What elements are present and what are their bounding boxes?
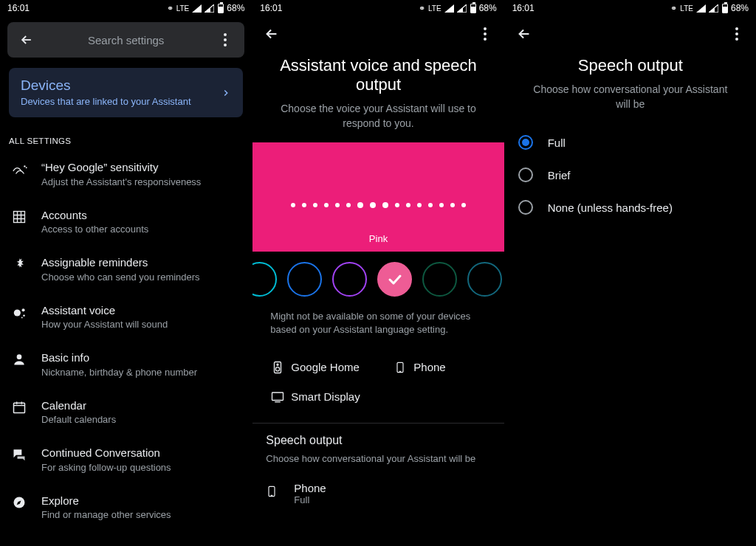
svg-rect-2	[14, 211, 25, 222]
color-option-purple[interactable]	[332, 262, 367, 297]
waveform-icon	[291, 203, 466, 208]
settings-item-subtitle: How your Assistant will sound	[41, 319, 243, 330]
chat-icon	[12, 447, 27, 462]
settings-item-accounts[interactable]: AccountsAccess to other accounts	[0, 198, 252, 246]
radio-label: Brief	[548, 169, 571, 182]
svg-rect-13	[397, 362, 403, 372]
device-label: Phone	[413, 361, 445, 373]
svg-rect-17	[269, 486, 275, 496]
device-value: Full	[294, 494, 326, 505]
device-smart-display[interactable]: Smart Display	[261, 383, 372, 411]
signal-icon	[444, 4, 454, 13]
settings-item-basic-info[interactable]: Basic infoNickname, birthday & phone num…	[0, 340, 252, 388]
back-icon[interactable]	[12, 25, 41, 55]
settings-item-subtitle: For asking follow-up questions	[41, 462, 243, 473]
device-label: Smart Display	[291, 390, 360, 403]
settings-item-sensitivity[interactable]: “Hey Google” sensitivityAdjust the Assis…	[0, 150, 252, 198]
vpn-icon: ⚭	[419, 4, 425, 13]
page-subtitle: Choose how conversational your Assistant…	[505, 78, 756, 123]
speech-output-desc: Choose how conversational your Assistant…	[252, 450, 504, 474]
color-option-green[interactable]	[422, 262, 457, 297]
devices-card[interactable]: Devices Devices that are linked to your …	[9, 68, 243, 117]
battery-pct: 68%	[479, 3, 497, 13]
settings-item-subtitle: Default calendars	[41, 414, 243, 425]
all-settings-label: ALL SETTINGS	[9, 136, 252, 145]
sensitivity-icon	[12, 162, 28, 178]
radio-option-none[interactable]: None (unless hands-free)	[509, 191, 752, 224]
page-title: Assistant voice and speech output	[252, 52, 504, 97]
battery-icon	[722, 4, 728, 13]
speaker-icon	[271, 359, 284, 376]
settings-item-subtitle: Nickname, birthday & phone number	[41, 367, 243, 378]
network-lte: LTE	[428, 4, 441, 13]
color-option-teal[interactable]	[467, 262, 502, 297]
battery-icon	[218, 4, 224, 13]
more-button[interactable]	[722, 19, 752, 49]
color-option-cyan[interactable]	[252, 262, 277, 297]
more-button[interactable]	[470, 19, 500, 49]
voice-preview[interactable]: Pink	[252, 142, 504, 252]
color-option-blue[interactable]	[287, 262, 322, 297]
signal-icon-2	[457, 4, 467, 13]
search-bar[interactable]: Search settings	[7, 22, 244, 58]
vpn-icon: ⚭	[167, 4, 173, 13]
svg-point-1	[26, 167, 27, 168]
more-button[interactable]	[210, 25, 240, 55]
radio-icon	[518, 200, 533, 215]
panel-speech-output: 16:01 ⚭ LTE 68% Speech output Choose how…	[504, 0, 756, 546]
settings-item-title: Calendar	[41, 398, 243, 413]
network-lte: LTE	[176, 4, 190, 13]
svg-point-12	[276, 367, 280, 370]
panel-assistant-settings: 16:01 ⚭ LTE 68% Search settings Devices …	[0, 0, 252, 546]
battery-pct: 68%	[227, 3, 244, 13]
device-phone[interactable]: Phone	[384, 352, 495, 383]
radio-option-brief[interactable]: Brief	[509, 159, 752, 191]
radio-option-full[interactable]: Full	[509, 126, 752, 159]
devices-card-title: Devices	[21, 77, 231, 94]
reminders-icon	[12, 257, 27, 272]
device-label: Google Home	[291, 361, 360, 373]
person-icon	[12, 352, 27, 367]
speech-output-options: Full Brief None (unless hands-free)	[505, 123, 756, 227]
settings-item-voice[interactable]: Assistant voiceHow your Assistant will s…	[0, 293, 252, 341]
radio-label: None (unless hands-free)	[548, 201, 673, 214]
signal-icon-2	[709, 4, 718, 13]
svg-point-0	[24, 165, 25, 167]
settings-item-explore[interactable]: ExploreFind or manage other services	[0, 483, 252, 531]
accounts-icon	[12, 210, 27, 224]
settings-item-reminders[interactable]: Assignable remindersChoose who can send …	[0, 245, 252, 293]
back-button[interactable]	[509, 19, 539, 49]
device-google-home[interactable]: Google Home	[261, 352, 372, 383]
svg-point-7	[17, 354, 22, 359]
settings-item-subtitle: Adjust the Assistant's responsiveness	[41, 176, 243, 187]
explore-icon	[12, 495, 27, 510]
status-bar: 16:01 ⚭ LTE 68%	[505, 0, 756, 16]
app-bar	[252, 16, 504, 52]
status-time: 16:01	[512, 3, 671, 13]
signal-icon	[192, 4, 202, 13]
radio-label: Full	[548, 136, 566, 149]
settings-item-title: Accounts	[41, 208, 243, 223]
assistant-icon	[12, 305, 28, 321]
chevron-right-icon	[221, 88, 231, 98]
phone-icon	[394, 359, 406, 376]
svg-point-5	[23, 314, 25, 317]
app-bar	[505, 16, 756, 52]
check-icon	[386, 271, 404, 288]
voice-color-row[interactable]	[252, 252, 504, 310]
radio-icon	[518, 135, 533, 150]
svg-point-11	[277, 364, 278, 365]
settings-item-title: Explore	[41, 494, 243, 508]
settings-item-title: “Hey Google” sensitivity	[41, 160, 243, 175]
radio-icon	[518, 167, 533, 182]
status-time: 16:01	[260, 3, 419, 13]
back-button[interactable]	[257, 19, 286, 49]
speech-output-phone[interactable]: PhoneFull	[252, 474, 504, 513]
settings-item-continued[interactable]: Continued ConversationFor asking follow-…	[0, 435, 252, 483]
devices-card-subtitle: Devices that are linked to your Assistan…	[21, 96, 231, 107]
settings-item-calendar[interactable]: CalendarDefault calendars	[0, 388, 252, 436]
color-option-pink[interactable]	[377, 262, 412, 297]
voice-footnote: Might not be available on some of your d…	[252, 310, 504, 348]
battery-icon	[470, 4, 476, 13]
settings-item-subtitle: Access to other accounts	[41, 224, 243, 235]
